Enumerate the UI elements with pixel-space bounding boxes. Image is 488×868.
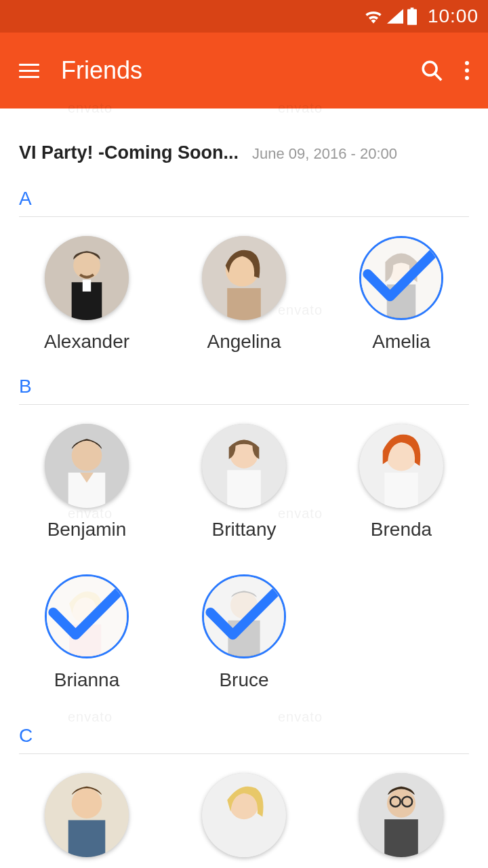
friend-item[interactable]: Brianna [8,574,165,691]
status-bar: 10:00 [0,0,488,33]
avatar [45,773,129,857]
svg-rect-29 [68,820,106,857]
svg-rect-17 [227,470,261,508]
avatar-selected [45,574,129,658]
friend-item[interactable]: Amelia [323,236,480,353]
avatar [359,773,443,857]
friend-item[interactable]: Carter [323,773,480,868]
avatar [202,424,286,508]
svg-rect-37 [384,819,418,857]
avatar [359,424,443,508]
avatar [202,773,286,857]
event-title: VI Party! -Coming Soon... [19,142,239,163]
friend-name: Brianna [54,669,120,691]
check-icon [361,236,441,314]
more-options-button[interactable] [465,61,469,80]
section-letter-a: A [0,178,488,216]
menu-button[interactable] [19,64,39,78]
svg-rect-5 [83,279,91,291]
friends-grid-a: Alexander Angelina Amelia [0,217,488,353]
friends-grid-c: Chris Catherine Carter [0,754,488,868]
svg-rect-20 [384,473,418,508]
avatar-selected [202,574,286,658]
page-title: Friends [61,56,420,85]
svg-point-13 [72,441,102,471]
friend-item[interactable]: Catherine [165,773,323,868]
friend-item[interactable]: Angelina [165,236,323,353]
wifi-icon [364,9,383,24]
event-date: June 09, 2016 - 20:00 [252,145,397,163]
section-letter-c: C [0,691,488,753]
svg-line-1 [434,73,441,80]
check-icon [47,574,127,652]
friend-item[interactable]: Bruce [165,574,323,691]
svg-rect-8 [227,288,261,320]
battery-icon [407,7,417,25]
friend-name: Brenda [371,519,432,540]
status-time: 10:00 [428,5,479,27]
friend-item[interactable]: Chris [8,773,165,868]
friend-name: Brittany [212,519,277,540]
app-bar: Friends [0,33,488,108]
search-icon[interactable] [420,59,443,82]
friend-name: Angelina [207,331,281,353]
check-icon [204,574,284,652]
avatar [45,424,129,508]
friend-item[interactable]: Brenda [323,424,480,540]
svg-point-28 [72,788,102,818]
avatar [45,236,129,320]
svg-point-0 [423,62,436,75]
cellular-icon [387,9,403,24]
friend-name: Alexander [44,331,129,353]
avatar-selected [359,236,443,320]
avatar [202,236,286,320]
friend-name: Amelia [372,331,430,353]
event-row: VI Party! -Coming Soon... June 09, 2016 … [0,108,488,178]
status-icons: 10:00 [364,5,479,27]
friend-name: Bruce [219,669,268,691]
friends-grid-b: Benjamin Brittany Brenda Brianna [0,405,488,691]
section-letter-b: B [0,353,488,404]
friend-item[interactable]: Alexander [8,236,165,353]
svg-rect-32 [227,822,261,857]
friend-item[interactable]: Benjamin [8,424,165,540]
friend-item[interactable]: Brittany [165,424,323,540]
friend-name: Benjamin [47,519,127,540]
content-scroll[interactable]: VI Party! -Coming Soon... June 09, 2016 … [0,108,488,868]
